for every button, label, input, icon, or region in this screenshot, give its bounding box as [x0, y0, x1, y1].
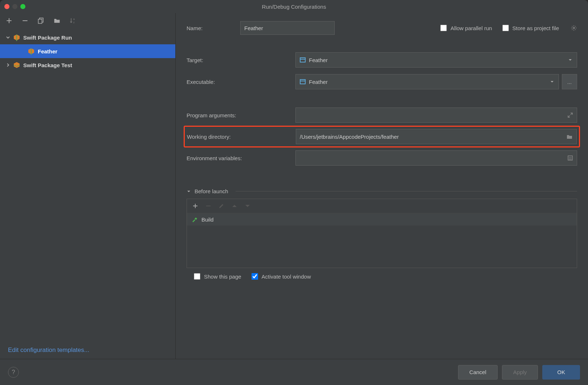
sidebar-toolbar: az — [0, 13, 175, 28]
window-title: Run/Debug Configurations — [262, 4, 326, 10]
allow-parallel-run-checkbox[interactable]: Allow parallel run — [440, 25, 492, 31]
chevron-down-icon — [187, 189, 191, 194]
tree-node-swift-package-test[interactable]: Swift Package Test — [0, 58, 175, 72]
section-title: Before launch — [195, 188, 228, 194]
minimize-window-button[interactable] — [12, 4, 17, 9]
before-launch-header[interactable]: Before launch — [187, 188, 577, 194]
tree-node-feather[interactable]: Feather — [0, 44, 175, 58]
expand-icon[interactable] — [567, 112, 573, 118]
checkbox-label: Activate tool window — [262, 273, 311, 280]
executable-browse-button[interactable]: ... — [562, 74, 577, 89]
executable-label: Executable: — [187, 79, 295, 85]
svg-rect-7 — [300, 80, 305, 84]
name-label: Name: — [187, 25, 230, 31]
sort-az-button[interactable]: az — [69, 17, 77, 25]
add-config-button[interactable] — [5, 17, 13, 25]
before-launch-item[interactable]: Build — [187, 213, 577, 226]
window-controls — [4, 4, 25, 9]
svg-point-4 — [573, 27, 575, 29]
chevron-right-icon — [6, 63, 10, 67]
activate-tool-window-checkbox[interactable]: Activate tool window — [252, 273, 311, 280]
checkbox-label: Store as project file — [513, 25, 559, 31]
target-label: Target: — [187, 57, 295, 63]
program-args-input[interactable] — [295, 108, 577, 123]
help-button[interactable]: ? — [8, 367, 19, 378]
checkbox-label: Allow parallel run — [450, 25, 492, 31]
checkbox-label: Show this page — [204, 273, 241, 280]
select-value: Feather — [309, 79, 328, 85]
working-directory-highlight: Working directory: /Users/jetbrains/Appc… — [184, 126, 580, 147]
tree-node-swift-package-run[interactable]: Swift Package Run — [0, 31, 175, 44]
folder-config-button[interactable] — [53, 17, 61, 25]
svg-rect-5 — [300, 58, 305, 62]
executable-select[interactable]: Feather — [295, 74, 559, 89]
package-icon — [28, 48, 35, 55]
env-vars-input[interactable] — [295, 150, 577, 166]
select-value: Feather — [309, 57, 328, 63]
edit-templates-link[interactable]: Edit configuration templates... — [8, 346, 89, 353]
remove-task-button[interactable] — [205, 203, 212, 209]
dialog-footer: ? Cancel Apply OK — [0, 359, 588, 385]
task-label: Build — [201, 216, 213, 223]
edit-task-button[interactable] — [218, 203, 225, 209]
remove-config-button[interactable] — [21, 17, 29, 25]
show-this-page-checkbox[interactable]: Show this page — [194, 273, 241, 280]
package-icon — [13, 34, 20, 41]
sidebar: az Swift Package Run Feather Swift Packa… — [0, 13, 176, 359]
input-value: /Users/jetbrains/AppcodeProjects/feather — [300, 134, 399, 140]
program-args-label: Program arguments: — [187, 112, 295, 118]
tree-node-label: Swift Package Test — [23, 62, 72, 68]
tree-node-label: Feather — [38, 48, 57, 54]
svg-text:z: z — [73, 21, 75, 24]
cancel-button[interactable]: Cancel — [458, 365, 498, 380]
folder-icon[interactable] — [566, 133, 573, 140]
ok-button[interactable]: OK — [542, 365, 580, 380]
window-icon — [299, 78, 306, 85]
caret-down-icon — [568, 58, 572, 62]
before-launch-box: Build — [187, 199, 577, 268]
config-tree: Swift Package Run Feather Swift Package … — [0, 28, 175, 341]
svg-rect-1 — [38, 19, 42, 24]
move-up-button[interactable] — [231, 203, 238, 209]
chevron-down-icon — [6, 35, 10, 40]
working-dir-input[interactable]: /Users/jetbrains/AppcodeProjects/feather — [296, 129, 577, 144]
apply-button[interactable]: Apply — [502, 365, 538, 380]
list-icon[interactable] — [567, 155, 573, 161]
hammer-icon — [191, 216, 198, 223]
copy-config-button[interactable] — [37, 17, 45, 25]
env-vars-label: Environment variables: — [187, 155, 295, 161]
working-dir-label: Working directory: — [187, 134, 296, 140]
move-down-button[interactable] — [244, 203, 251, 209]
fullscreen-window-button[interactable] — [20, 4, 25, 9]
name-input[interactable] — [240, 21, 335, 35]
package-icon — [13, 61, 20, 69]
target-select[interactable]: Feather — [295, 52, 577, 68]
add-task-button[interactable] — [192, 203, 199, 209]
gear-icon[interactable] — [571, 25, 577, 31]
config-form: Name: Allow parallel run Store as projec… — [176, 13, 588, 359]
window-icon — [299, 57, 306, 63]
caret-down-icon — [550, 80, 554, 84]
close-window-button[interactable] — [4, 4, 9, 9]
tree-node-label: Swift Package Run — [23, 35, 72, 41]
titlebar: Run/Debug Configurations — [0, 0, 588, 13]
store-as-project-file-checkbox[interactable]: Store as project file — [502, 25, 559, 31]
